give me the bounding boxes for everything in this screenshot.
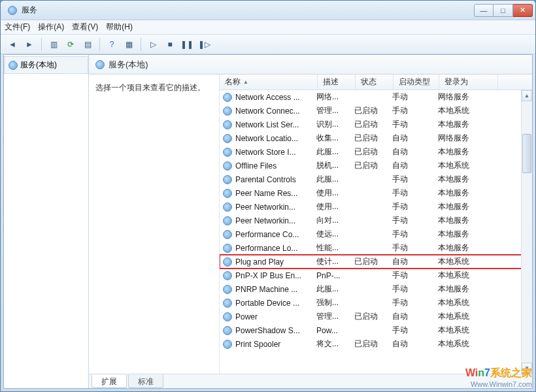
show-hide-tree-button[interactable]: ▥: [46, 37, 61, 52]
start-service-button[interactable]: ▷: [145, 37, 161, 52]
window-controls: — □ ✕: [474, 4, 533, 17]
column-startup-type[interactable]: 启动类型: [394, 74, 439, 90]
gear-icon: [222, 340, 233, 349]
column-status[interactable]: 状态: [356, 74, 394, 90]
menu-action[interactable]: 操作(A): [38, 22, 64, 33]
vertical-scrollbar[interactable]: ▲ ▼: [521, 90, 532, 374]
tab-standard[interactable]: 标准: [128, 375, 163, 388]
service-logon: 本地服务: [438, 146, 497, 157]
close-button[interactable]: ✕: [513, 4, 533, 17]
list-body[interactable]: Network Access ...网络...手动网络服务Network Con…: [220, 90, 532, 374]
service-desc: 管理...: [316, 311, 354, 322]
column-description[interactable]: 描述: [318, 74, 356, 90]
service-logon: 本地系统: [438, 160, 497, 171]
service-startup: 手动: [392, 270, 438, 281]
service-row[interactable]: Peer Name Res...使用...手动本地服务: [220, 186, 532, 200]
service-status: 已启动: [354, 119, 392, 130]
service-startup: 手动: [392, 242, 438, 253]
service-name: PowerShadow S...: [233, 326, 316, 335]
service-startup: 手动: [392, 105, 438, 116]
gear-icon: [222, 134, 233, 143]
gear-icon: [222, 285, 233, 294]
service-row[interactable]: Offline Files脱机...已启动自动本地系统: [220, 159, 532, 172]
right-pane: 服务(本地) 选择一个项目来查看它的描述。 名称 ▲ 描述 状态 启动类型: [89, 55, 532, 388]
restart-service-button[interactable]: ❚▷: [196, 37, 212, 52]
service-row[interactable]: PnP-X IP Bus En...PnP-...手动本地系统: [220, 269, 532, 282]
service-row[interactable]: Parental Controls此服...手动本地服务: [220, 172, 532, 186]
service-startup: 手动: [392, 284, 438, 295]
menu-view[interactable]: 查看(V): [72, 22, 98, 33]
help-button[interactable]: ?: [104, 37, 120, 52]
scroll-down-button[interactable]: ▼: [522, 363, 532, 374]
service-row[interactable]: Network List Ser...识别...已启动手动本地服务: [220, 118, 532, 131]
tabs-bottom: 扩展 标准: [89, 374, 532, 388]
service-row[interactable]: Power管理...已启动自动本地系统: [220, 310, 532, 323]
service-name: Offline Files: [233, 161, 316, 171]
service-logon: 本地系统: [438, 270, 497, 281]
service-name: PnP-X IP Bus En...: [233, 271, 316, 280]
scroll-up-button[interactable]: ▲: [522, 90, 532, 101]
menu-file[interactable]: 文件(F): [5, 22, 30, 33]
service-row[interactable]: Peer Networkin...向对...手动本地服务: [220, 214, 532, 227]
service-row[interactable]: Network Connec...管理...已启动手动本地系统: [220, 104, 532, 118]
content-split: 选择一个项目来查看它的描述。 名称 ▲ 描述 状态 启动类型 登录为: [89, 74, 532, 374]
minimize-button[interactable]: —: [474, 4, 494, 17]
window-title: 服务: [22, 5, 474, 16]
service-row[interactable]: PNRP Machine ...此服...手动本地服务: [220, 282, 532, 296]
service-row[interactable]: Network Locatio...收集...已启动自动网络服务: [220, 131, 532, 145]
service-row[interactable]: PowerShadow S...Pow...手动本地系统: [220, 323, 532, 337]
service-startup: 手动: [392, 188, 438, 199]
service-startup: 手动: [392, 174, 438, 185]
gear-icon: [222, 120, 233, 129]
service-desc: 此服...: [316, 284, 354, 295]
sort-asc-icon: ▲: [243, 79, 248, 85]
service-desc: PnP-...: [316, 271, 354, 280]
back-button[interactable]: ◄: [5, 37, 20, 52]
forward-button[interactable]: ►: [22, 37, 37, 52]
menu-help[interactable]: 帮助(H): [106, 22, 133, 33]
service-row[interactable]: Network Store I...此服...已启动自动本地服务: [220, 145, 532, 159]
properties-button[interactable]: ▦: [121, 37, 137, 52]
service-row[interactable]: Portable Device ...强制...手动本地系统: [220, 296, 532, 310]
gear-icon: [222, 106, 233, 116]
gear-icon: [222, 326, 233, 335]
service-name: Network List Ser...: [233, 120, 316, 129]
titlebar[interactable]: 服务 — □ ✕: [1, 1, 535, 20]
service-logon: 网络服务: [438, 133, 497, 144]
service-row[interactable]: Performance Co...使远...手动本地服务: [220, 227, 532, 241]
stop-service-button[interactable]: ■: [162, 37, 178, 52]
pane-title: 服务(本地): [109, 59, 148, 71]
service-row[interactable]: Peer Networkin...使用...手动本地服务: [220, 200, 532, 214]
service-startup: 自动: [392, 160, 438, 171]
service-row[interactable]: Performance Lo...性能...手动本地服务: [220, 241, 532, 255]
description-prompt: 选择一个项目来查看它的描述。: [95, 83, 205, 92]
service-name: Peer Name Res...: [233, 189, 316, 198]
tree-pane: 服务(本地): [4, 55, 89, 388]
gear-icon: [222, 312, 233, 321]
service-row[interactable]: Print Spooler将文...已启动自动本地系统: [220, 337, 532, 351]
gear-icon: [222, 257, 233, 267]
service-name: PNRP Machine ...: [233, 285, 316, 294]
refresh-button[interactable]: ⟳: [63, 37, 78, 52]
service-logon: 本地系统: [438, 311, 497, 322]
maximize-button[interactable]: □: [494, 4, 513, 17]
service-name: Performance Lo...: [233, 244, 316, 253]
service-name: Network Locatio...: [233, 134, 316, 143]
pause-service-button[interactable]: ❚❚: [179, 37, 195, 52]
service-logon: 本地系统: [438, 297, 497, 308]
tab-extended[interactable]: 扩展: [92, 375, 127, 388]
service-desc: Pow...: [316, 326, 354, 335]
column-logon-as[interactable]: 登录为: [439, 74, 498, 90]
gear-icon: [222, 299, 233, 308]
column-name[interactable]: 名称 ▲: [220, 74, 318, 90]
tree-root-services-local[interactable]: 服务(本地): [4, 56, 88, 74]
tree-root-label: 服务(本地): [20, 59, 57, 71]
service-startup: 自动: [392, 146, 438, 157]
scroll-track[interactable]: [522, 101, 532, 363]
export-button[interactable]: ▤: [80, 37, 95, 52]
scroll-thumb[interactable]: [522, 134, 531, 173]
service-desc: 使用...: [316, 201, 354, 212]
service-row[interactable]: Plug and Play使计...已启动自动本地系统: [220, 255, 532, 269]
service-row[interactable]: Network Access ...网络...手动网络服务: [220, 90, 532, 104]
gear-icon: [222, 189, 233, 198]
